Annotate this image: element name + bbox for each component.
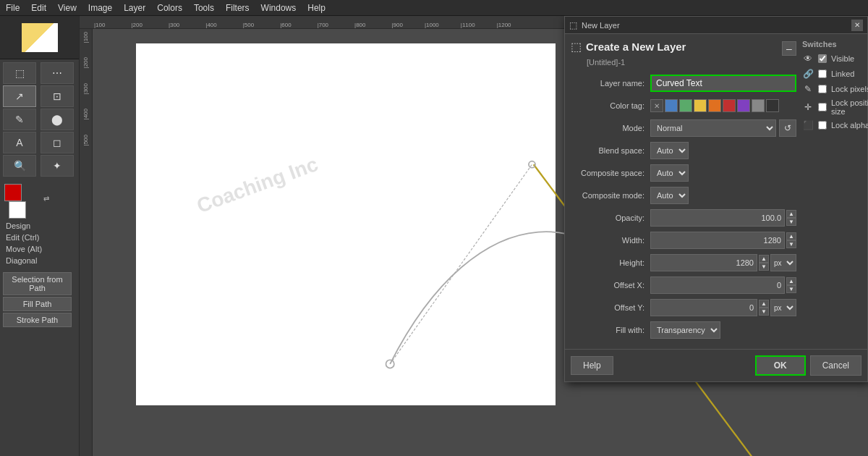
cancel-button[interactable]: Cancel <box>810 355 861 376</box>
color-tag-blue[interactable] <box>665 99 678 112</box>
color-tag-orange[interactable] <box>708 99 721 112</box>
canvas-white: Coaching Inc <box>136 43 556 405</box>
composite-mode-row: Composite mode: Auto <box>571 186 796 205</box>
tool-erase[interactable]: ◻ <box>41 132 74 153</box>
offset-x-label: Offset X: <box>571 281 650 290</box>
watermark: Coaching Inc <box>194 153 321 218</box>
offset-y-unit-select[interactable]: px <box>770 299 796 316</box>
color-tag-gray[interactable] <box>752 99 765 112</box>
height-label: Height: <box>571 258 650 267</box>
menu-image[interactable]: Image <box>82 1 118 14</box>
width-up-arrow[interactable]: ▲ <box>786 232 796 240</box>
new-layer-dialog: ⬚ New Layer ✕ ⬚ Create a New Layer – [Un <box>564 16 868 382</box>
composite-space-select[interactable]: Auto <box>650 164 689 182</box>
offset-y-arrows: ▲ ▼ <box>759 300 769 316</box>
offset-x-input[interactable] <box>650 276 785 294</box>
foreground-color[interactable] <box>4 184 22 201</box>
fill-with-label: Fill with: <box>571 326 650 334</box>
main-layout: ⬚ ⋯ ↗ ⊡ ✎ ⬤ A ◻ 🔍 ✦ ⇄ Design Edit (Ctrl)… <box>0 16 868 456</box>
dialog-minimize-button[interactable]: – <box>782 41 796 56</box>
canvas-area: |100 |200 |300 |400 |500 |600 |700 |800 … <box>80 16 868 456</box>
offset-y-up-arrow[interactable]: ▲ <box>759 300 769 308</box>
mode-select[interactable]: Normal <box>650 119 776 137</box>
layer-name-input[interactable] <box>650 75 796 92</box>
opacity-row: Opacity: ▲ ▼ <box>571 208 796 227</box>
selection-from-path-btn[interactable]: Selection from Path <box>3 272 72 295</box>
opacity-up-arrow[interactable]: ▲ <box>786 210 796 218</box>
help-button[interactable]: Help <box>571 356 613 375</box>
width-down-arrow[interactable]: ▼ <box>786 240 796 248</box>
tool-paint[interactable]: ✎ <box>3 109 36 130</box>
width-arrows: ▲ ▼ <box>786 232 796 248</box>
menu-view[interactable]: View <box>52 1 82 14</box>
offset-x-control: ▲ ▼ <box>650 276 796 294</box>
color-tag-purple[interactable] <box>737 99 750 112</box>
menu-tools[interactable]: Tools <box>188 1 220 14</box>
mode-reset-button[interactable]: ↺ <box>779 119 796 137</box>
visible-checkbox[interactable] <box>818 54 827 63</box>
dialog-close-button[interactable]: ✕ <box>851 20 863 31</box>
tool-lasso[interactable]: ⋯ <box>41 62 74 84</box>
lock-pixels-checkbox[interactable] <box>818 85 827 93</box>
color-tag-red[interactable] <box>723 99 736 112</box>
opacity-down-arrow[interactable]: ▼ <box>786 218 796 226</box>
lock-pixels-icon: ✎ <box>802 83 814 95</box>
blend-space-row: Blend space: Auto <box>571 141 796 160</box>
opacity-arrows: ▲ ▼ <box>786 210 796 226</box>
offset-y-input[interactable] <box>650 299 757 316</box>
switch-linked-row: 🔗 Linked <box>802 68 868 80</box>
offset-y-down-arrow[interactable]: ▼ <box>759 308 769 316</box>
color-tag-green[interactable] <box>679 99 692 112</box>
menu-file[interactable]: File <box>0 1 25 14</box>
offset-x-row: Offset X: ▲ ▼ <box>571 276 796 295</box>
offset-x-down-arrow[interactable]: ▼ <box>786 285 796 293</box>
color-tag-dark[interactable] <box>766 99 779 112</box>
color-tag-none[interactable]: ✕ <box>650 99 663 112</box>
background-color[interactable] <box>9 201 26 219</box>
composite-mode-select[interactable]: Auto <box>650 187 689 204</box>
visible-icon: 👁 <box>802 53 814 64</box>
height-up-arrow[interactable]: ▲ <box>759 255 769 263</box>
fill-with-select[interactable]: Transparency <box>650 321 720 339</box>
menu-help[interactable]: Help <box>302 1 331 14</box>
dialog-header-title: Create a New Layer <box>586 41 686 53</box>
ok-button[interactable]: OK <box>755 355 806 376</box>
stroke-path-btn[interactable]: Stroke Path <box>3 313 72 327</box>
menu-colors[interactable]: Colors <box>151 1 188 14</box>
offset-x-arrows: ▲ ▼ <box>786 277 796 293</box>
switches-panel: Switches 👁 Visible 🔗 Linked ✎ <box>802 40 868 343</box>
tool-crop[interactable]: ⊡ <box>41 85 74 107</box>
tool-select[interactable]: ⬚ <box>3 62 36 84</box>
linked-checkbox[interactable] <box>818 69 827 78</box>
tool-bezier[interactable]: ↗ <box>3 85 36 107</box>
menu-windows[interactable]: Windows <box>255 1 302 14</box>
opacity-control: ▲ ▼ <box>650 209 796 227</box>
color-tag-label: Color tag: <box>571 101 650 110</box>
tool-fill[interactable]: ⬤ <box>41 109 74 130</box>
menu-layer[interactable]: Layer <box>118 1 151 14</box>
blend-space-control: Auto <box>650 142 796 159</box>
dialog-title: New Layer <box>582 21 620 30</box>
blend-space-select[interactable]: Auto <box>650 142 689 159</box>
dialog-subtitle: [Untitled]-1 <box>587 58 796 67</box>
composite-space-label: Composite space: <box>571 169 650 177</box>
menu-edit[interactable]: Edit <box>25 1 52 14</box>
width-input[interactable] <box>650 232 785 249</box>
height-input[interactable] <box>650 254 757 271</box>
fill-path-btn[interactable]: Fill Path <box>3 297 72 311</box>
menu-filters[interactable]: Filters <box>220 1 255 14</box>
height-unit-select[interactable]: px <box>770 254 796 271</box>
tool-zoom[interactable]: 🔍 <box>3 155 36 177</box>
height-down-arrow[interactable]: ▼ <box>759 263 769 271</box>
tool-color-pick[interactable]: ✦ <box>41 155 74 177</box>
opacity-input[interactable] <box>650 209 785 227</box>
switch-lock-position-row: ✛ Lock position and size <box>802 98 868 116</box>
tool-text[interactable]: A <box>3 132 36 153</box>
fill-with-control: Transparency <box>650 321 796 339</box>
menubar: File Edit View Image Layer Colors Tools … <box>0 0 868 16</box>
lock-position-checkbox[interactable] <box>818 103 827 111</box>
lock-alpha-checkbox[interactable] <box>818 121 827 130</box>
layer-name-row: Layer name: <box>571 74 796 93</box>
color-tag-yellow[interactable] <box>694 99 707 112</box>
offset-x-up-arrow[interactable]: ▲ <box>786 277 796 285</box>
